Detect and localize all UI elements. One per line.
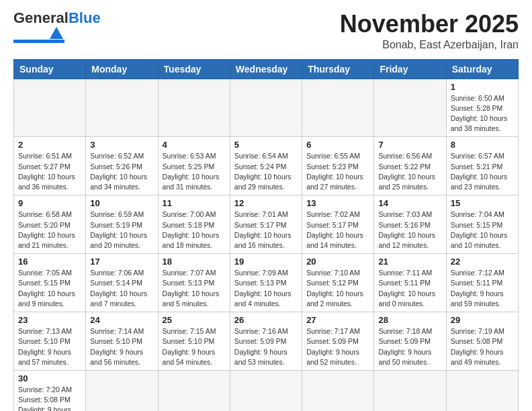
day-info: Sunrise: 6:50 AM Sunset: 5:28 PM Dayligh…: [451, 93, 514, 134]
weekday-header-friday: Friday: [374, 59, 446, 79]
calendar-day-cell: 22Sunrise: 7:12 AM Sunset: 5:11 PM Dayli…: [446, 254, 518, 312]
day-info: Sunrise: 7:17 AM Sunset: 5:09 PM Dayligh…: [306, 326, 369, 367]
logo-blue: Blue: [69, 11, 101, 26]
calendar-week-row: 2Sunrise: 6:51 AM Sunset: 5:27 PM Daylig…: [14, 137, 519, 195]
day-number: 27: [306, 315, 369, 325]
day-number: 9: [18, 198, 81, 208]
calendar-day-cell: [302, 370, 374, 411]
calendar-day-cell: 1Sunrise: 6:50 AM Sunset: 5:28 PM Daylig…: [446, 79, 518, 137]
day-info: Sunrise: 6:54 AM Sunset: 5:24 PM Dayligh…: [234, 151, 298, 192]
calendar-day-cell: [446, 370, 518, 411]
calendar-day-cell: [230, 370, 302, 411]
day-info: Sunrise: 7:04 AM Sunset: 5:15 PM Dayligh…: [451, 210, 514, 250]
day-number: 23: [18, 315, 81, 325]
calendar-day-cell: 16Sunrise: 7:05 AM Sunset: 5:15 PM Dayli…: [14, 254, 86, 312]
day-number: 29: [451, 315, 514, 325]
day-info: Sunrise: 7:02 AM Sunset: 5:17 PM Dayligh…: [306, 210, 369, 250]
calendar-day-cell: [158, 79, 230, 137]
day-info: Sunrise: 7:12 AM Sunset: 5:11 PM Dayligh…: [451, 268, 514, 309]
day-number: 7: [378, 140, 441, 150]
weekday-header-monday: Monday: [86, 59, 158, 79]
calendar-day-cell: 18Sunrise: 7:07 AM Sunset: 5:13 PM Dayli…: [158, 254, 230, 312]
day-number: 1: [451, 82, 514, 92]
day-info: Sunrise: 7:06 AM Sunset: 5:14 PM Dayligh…: [90, 268, 153, 309]
day-info: Sunrise: 6:58 AM Sunset: 5:20 PM Dayligh…: [18, 210, 81, 250]
day-info: Sunrise: 7:20 AM Sunset: 5:08 PM Dayligh…: [18, 385, 81, 411]
calendar-day-cell: 26Sunrise: 7:16 AM Sunset: 5:09 PM Dayli…: [230, 312, 302, 371]
day-number: 28: [378, 315, 441, 325]
calendar-day-cell: 29Sunrise: 7:19 AM Sunset: 5:08 PM Dayli…: [446, 312, 518, 371]
location-title: Bonab, East Azerbaijan, Iran: [340, 39, 519, 51]
day-number: 15: [451, 198, 514, 208]
day-info: Sunrise: 7:07 AM Sunset: 5:13 PM Dayligh…: [163, 268, 226, 309]
weekday-header-tuesday: Tuesday: [158, 59, 230, 79]
day-number: 30: [18, 373, 81, 383]
weekday-header-wednesday: Wednesday: [230, 59, 302, 79]
day-info: Sunrise: 7:01 AM Sunset: 5:17 PM Dayligh…: [234, 210, 298, 250]
day-number: 22: [451, 257, 514, 267]
day-number: 11: [163, 198, 226, 208]
day-info: Sunrise: 7:13 AM Sunset: 5:10 PM Dayligh…: [18, 326, 81, 367]
day-number: 17: [90, 257, 153, 267]
calendar-day-cell: 30Sunrise: 7:20 AM Sunset: 5:08 PM Dayli…: [14, 370, 86, 411]
day-info: Sunrise: 7:11 AM Sunset: 5:11 PM Dayligh…: [378, 268, 441, 309]
calendar-week-row: 16Sunrise: 7:05 AM Sunset: 5:15 PM Dayli…: [14, 254, 519, 312]
calendar-week-row: 23Sunrise: 7:13 AM Sunset: 5:10 PM Dayli…: [14, 312, 519, 371]
calendar-day-cell: [374, 79, 446, 137]
logo: General Blue: [13, 11, 101, 43]
day-number: 13: [306, 198, 369, 208]
logo-general: General: [13, 11, 69, 26]
weekday-header-saturday: Saturday: [446, 59, 518, 79]
day-number: 25: [163, 315, 226, 325]
day-info: Sunrise: 7:03 AM Sunset: 5:16 PM Dayligh…: [378, 210, 441, 250]
day-info: Sunrise: 7:18 AM Sunset: 5:09 PM Dayligh…: [378, 326, 441, 367]
calendar-day-cell: 8Sunrise: 6:57 AM Sunset: 5:21 PM Daylig…: [446, 137, 518, 195]
day-info: Sunrise: 7:05 AM Sunset: 5:15 PM Dayligh…: [18, 268, 81, 309]
weekday-header-row: SundayMondayTuesdayWednesdayThursdayFrid…: [14, 59, 519, 79]
calendar-day-cell: 5Sunrise: 6:54 AM Sunset: 5:24 PM Daylig…: [230, 137, 302, 195]
calendar-day-cell: 13Sunrise: 7:02 AM Sunset: 5:17 PM Dayli…: [302, 195, 374, 254]
page-header: General Blue November 2025 Bonab, East A…: [13, 11, 519, 51]
calendar-day-cell: [86, 79, 158, 137]
calendar-day-cell: [14, 79, 86, 137]
calendar-week-row: 1Sunrise: 6:50 AM Sunset: 5:28 PM Daylig…: [14, 79, 519, 137]
calendar-day-cell: 24Sunrise: 7:14 AM Sunset: 5:10 PM Dayli…: [86, 312, 158, 371]
day-number: 10: [90, 198, 153, 208]
day-number: 2: [18, 140, 81, 150]
calendar-day-cell: 23Sunrise: 7:13 AM Sunset: 5:10 PM Dayli…: [14, 312, 86, 371]
calendar-day-cell: [230, 79, 302, 137]
month-title: November 2025: [340, 11, 519, 38]
day-number: 20: [306, 257, 369, 267]
calendar-day-cell: 12Sunrise: 7:01 AM Sunset: 5:17 PM Dayli…: [230, 195, 302, 254]
day-info: Sunrise: 7:09 AM Sunset: 5:13 PM Dayligh…: [234, 268, 298, 309]
calendar-day-cell: 9Sunrise: 6:58 AM Sunset: 5:20 PM Daylig…: [14, 195, 86, 254]
calendar-day-cell: 4Sunrise: 6:53 AM Sunset: 5:25 PM Daylig…: [158, 137, 230, 195]
day-info: Sunrise: 7:00 AM Sunset: 5:18 PM Dayligh…: [163, 210, 226, 250]
calendar-day-cell: 17Sunrise: 7:06 AM Sunset: 5:14 PM Dayli…: [86, 254, 158, 312]
calendar-table: SundayMondayTuesdayWednesdayThursdayFrid…: [13, 59, 519, 411]
calendar-day-cell: 10Sunrise: 6:59 AM Sunset: 5:19 PM Dayli…: [86, 195, 158, 254]
calendar-day-cell: 14Sunrise: 7:03 AM Sunset: 5:16 PM Dayli…: [374, 195, 446, 254]
day-info: Sunrise: 6:55 AM Sunset: 5:23 PM Dayligh…: [306, 151, 369, 192]
day-info: Sunrise: 7:19 AM Sunset: 5:08 PM Dayligh…: [451, 326, 514, 367]
day-number: 3: [90, 140, 153, 150]
day-info: Sunrise: 6:56 AM Sunset: 5:22 PM Dayligh…: [378, 151, 441, 192]
day-number: 16: [18, 257, 81, 267]
day-info: Sunrise: 6:53 AM Sunset: 5:25 PM Dayligh…: [163, 151, 226, 192]
calendar-week-row: 9Sunrise: 6:58 AM Sunset: 5:20 PM Daylig…: [14, 195, 519, 254]
day-info: Sunrise: 7:10 AM Sunset: 5:12 PM Dayligh…: [306, 268, 369, 309]
day-info: Sunrise: 7:14 AM Sunset: 5:10 PM Dayligh…: [90, 326, 153, 367]
calendar-day-cell: [374, 370, 446, 411]
calendar-day-cell: [86, 370, 158, 411]
calendar-day-cell: 21Sunrise: 7:11 AM Sunset: 5:11 PM Dayli…: [374, 254, 446, 312]
day-info: Sunrise: 6:52 AM Sunset: 5:26 PM Dayligh…: [90, 151, 153, 192]
calendar-day-cell: 27Sunrise: 7:17 AM Sunset: 5:09 PM Dayli…: [302, 312, 374, 371]
day-number: 24: [90, 315, 153, 325]
calendar-day-cell: 28Sunrise: 7:18 AM Sunset: 5:09 PM Dayli…: [374, 312, 446, 371]
day-number: 5: [234, 140, 298, 150]
day-info: Sunrise: 7:15 AM Sunset: 5:10 PM Dayligh…: [163, 326, 226, 367]
calendar-day-cell: 15Sunrise: 7:04 AM Sunset: 5:15 PM Dayli…: [446, 195, 518, 254]
day-number: 6: [306, 140, 369, 150]
calendar-day-cell: 11Sunrise: 7:00 AM Sunset: 5:18 PM Dayli…: [158, 195, 230, 254]
day-info: Sunrise: 6:57 AM Sunset: 5:21 PM Dayligh…: [451, 151, 514, 192]
